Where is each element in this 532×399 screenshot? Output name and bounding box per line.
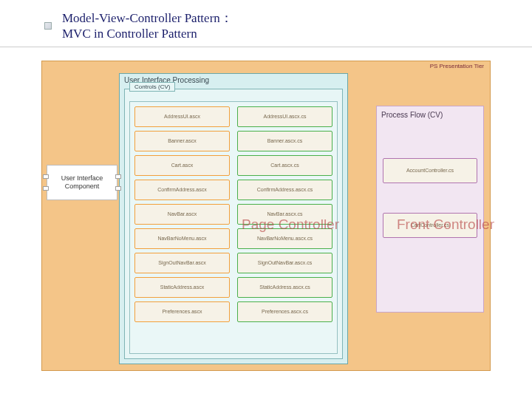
ascx-file: StaticAddress.ascx (134, 277, 230, 298)
port-icon (115, 174, 121, 179)
user-interface-component-box: User Interface Component (47, 165, 117, 200)
ascx-cs-file: StaticAddress.ascx.cs (237, 277, 332, 298)
presentation-tier-box: PS Presentation Tier User Interface Proc… (41, 61, 491, 371)
controller-file: CartController.cs (383, 213, 477, 238)
process-flow-label: Process Flow (CV) (381, 111, 443, 119)
ascx-file: AddressUI.ascx (134, 106, 230, 127)
controller-file: AccountController.cs (383, 158, 477, 183)
ascx-file: SignOutNavBar.ascx (134, 253, 230, 273)
process-flow-body: AccountController.csCartController.cs (383, 158, 477, 238)
ascx-cs-file: Preferences.ascx.cs (237, 301, 332, 322)
ascx-file: Preferences.ascx (134, 301, 230, 322)
process-flow-box: Process Flow (CV) AccountController.csCa… (376, 106, 484, 313)
ascx-cs-file: Cart.ascx.cs (237, 155, 332, 176)
ascx-file: Banner.ascx (134, 131, 230, 151)
diagram-canvas: PS Presentation Tier User Interface Proc… (41, 61, 491, 371)
ascx-cs-file: NavBarNoMenu.ascx.cs (237, 228, 332, 249)
controls-inner: AddressUI.ascxBanner.ascxCart.ascxConfir… (129, 101, 338, 354)
ascx-file: Cart.ascx (134, 155, 230, 176)
ascx-cs-column: AddressUI.ascx.csBanner.ascx.csCart.ascx… (237, 106, 332, 349)
controls-tab-label: Controls (CV) (129, 82, 175, 92)
title-line2: MVC in Controller Pattern (62, 26, 532, 41)
ascx-cs-file: ConfirmAddress.ascx.cs (237, 180, 332, 200)
port-icon (43, 186, 49, 191)
ascx-column: AddressUI.ascxBanner.ascxCart.ascxConfir… (134, 106, 230, 349)
port-icon (115, 186, 121, 191)
ascx-cs-file: SignOutNavBar.ascx.cs (237, 253, 332, 273)
port-icon (43, 174, 49, 179)
slide-title-block: Model-View-Controller Pattern： MVC in Co… (0, 0, 532, 47)
ascx-file: ConfirmAddress.ascx (134, 180, 230, 200)
presentation-tier-label: PS Presentation Tier (430, 63, 484, 69)
ascx-file: NavBarNoMenu.ascx (134, 228, 230, 249)
bullet-icon (44, 22, 52, 30)
ascx-cs-file: NavBar.ascx.cs (237, 204, 332, 225)
user-interface-component-label: User Interface Component (49, 174, 115, 191)
ascx-cs-file: Banner.ascx.cs (237, 131, 332, 151)
controls-outer: Controls (CV) AddressUI.ascxBanner.ascxC… (124, 89, 343, 359)
ascx-cs-file: AddressUI.ascx.cs (237, 106, 332, 127)
title-line1: Model-View-Controller Pattern： (62, 10, 532, 26)
ascx-file: NavBar.ascx (134, 204, 230, 225)
ui-processing-box: User Interface Processing Controls (CV) … (119, 73, 348, 364)
